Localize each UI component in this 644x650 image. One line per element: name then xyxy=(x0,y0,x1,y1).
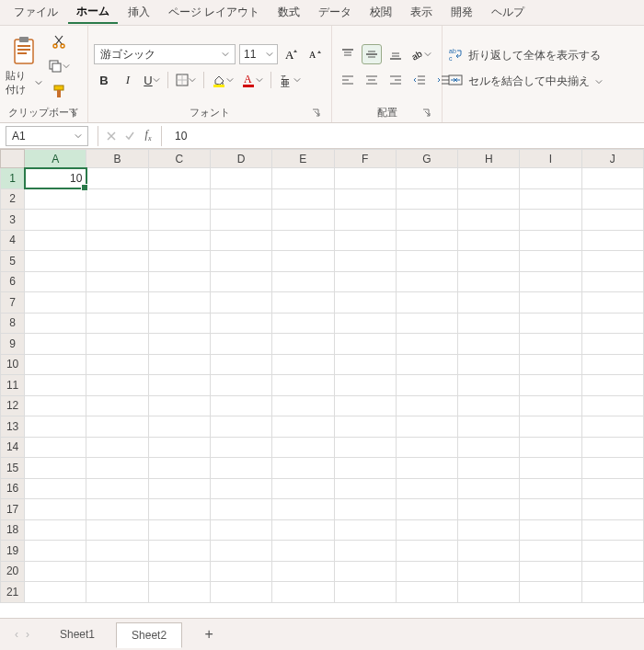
cell-C4[interactable] xyxy=(148,230,210,251)
bold-button[interactable]: B xyxy=(94,70,114,90)
cell-H4[interactable] xyxy=(458,230,520,251)
cell-J3[interactable] xyxy=(581,210,643,231)
font-size-select[interactable]: 11 xyxy=(239,44,278,64)
cell-E18[interactable] xyxy=(272,519,334,541)
row-header-5[interactable]: 5 xyxy=(1,251,25,272)
cell-A13[interactable] xyxy=(25,416,86,438)
cell-A17[interactable] xyxy=(25,499,86,520)
phonetic-button[interactable]: ア亜 xyxy=(277,70,303,90)
dialog-launcher-icon[interactable] xyxy=(421,108,432,119)
cell-C6[interactable] xyxy=(148,271,210,292)
cell-A7[interactable] xyxy=(25,292,86,314)
cell-A16[interactable] xyxy=(25,478,86,499)
cell-E7[interactable] xyxy=(272,292,334,314)
cell-H17[interactable] xyxy=(458,499,520,520)
cell-C18[interactable] xyxy=(148,519,210,541)
column-header-B[interactable]: B xyxy=(86,150,148,168)
formula-input[interactable]: 10 xyxy=(166,130,644,143)
cell-B4[interactable] xyxy=(86,230,148,251)
underline-button[interactable]: U xyxy=(142,70,162,90)
cell-A21[interactable] xyxy=(25,582,86,603)
cell-F17[interactable] xyxy=(334,499,396,520)
cell-F15[interactable] xyxy=(334,458,396,479)
cell-A19[interactable] xyxy=(25,541,86,562)
cell-E2[interactable] xyxy=(272,188,334,210)
cell-B19[interactable] xyxy=(86,541,148,562)
cell-J12[interactable] xyxy=(581,395,643,416)
cell-C20[interactable] xyxy=(148,561,210,582)
cell-H7[interactable] xyxy=(458,292,520,314)
cell-H10[interactable] xyxy=(458,354,520,375)
row-header-7[interactable]: 7 xyxy=(1,292,25,314)
cell-A15[interactable] xyxy=(25,458,86,479)
cell-J21[interactable] xyxy=(581,582,643,603)
cell-J14[interactable] xyxy=(581,437,643,458)
row-header-9[interactable]: 9 xyxy=(1,334,25,355)
cell-C8[interactable] xyxy=(148,313,210,334)
cell-H19[interactable] xyxy=(458,541,520,562)
column-header-H[interactable]: H xyxy=(458,150,520,168)
cell-I14[interactable] xyxy=(520,437,581,458)
menu-item-データ[interactable]: データ xyxy=(310,2,360,23)
cell-B2[interactable] xyxy=(86,188,148,210)
cell-G6[interactable] xyxy=(396,271,457,292)
cell-J6[interactable] xyxy=(581,271,643,292)
align-left-button[interactable] xyxy=(338,70,358,90)
column-header-J[interactable]: J xyxy=(581,150,643,168)
cell-G14[interactable] xyxy=(396,437,457,458)
cell-C2[interactable] xyxy=(148,188,210,210)
cell-I16[interactable] xyxy=(520,478,581,499)
cell-H13[interactable] xyxy=(458,416,520,438)
menu-item-挿入[interactable]: 挿入 xyxy=(120,2,158,23)
cell-D13[interactable] xyxy=(210,416,271,438)
row-header-13[interactable]: 13 xyxy=(1,416,25,438)
cell-D11[interactable] xyxy=(210,375,271,396)
cell-C12[interactable] xyxy=(148,395,210,416)
align-right-button[interactable] xyxy=(385,70,406,90)
cell-F12[interactable] xyxy=(334,395,396,416)
column-header-E[interactable]: E xyxy=(272,150,334,168)
cell-D12[interactable] xyxy=(210,395,271,416)
cell-G5[interactable] xyxy=(396,251,457,272)
cell-I13[interactable] xyxy=(520,416,581,438)
cell-I10[interactable] xyxy=(520,354,581,375)
cell-E20[interactable] xyxy=(272,561,334,582)
font-name-select[interactable]: 游ゴシック xyxy=(94,44,236,64)
cell-B18[interactable] xyxy=(86,519,148,541)
cell-D2[interactable] xyxy=(210,188,271,210)
row-header-15[interactable]: 15 xyxy=(1,458,25,479)
cell-G19[interactable] xyxy=(396,541,457,562)
cell-E8[interactable] xyxy=(272,313,334,334)
column-header-G[interactable]: G xyxy=(396,150,457,168)
cell-F5[interactable] xyxy=(334,251,396,272)
select-all-corner[interactable] xyxy=(1,150,25,168)
cell-E15[interactable] xyxy=(272,458,334,479)
format-painter-button[interactable] xyxy=(46,81,72,101)
cell-F2[interactable] xyxy=(334,188,396,210)
cell-J13[interactable] xyxy=(581,416,643,438)
menu-item-ホーム[interactable]: ホーム xyxy=(68,1,118,24)
cell-I3[interactable] xyxy=(520,210,581,231)
cell-J15[interactable] xyxy=(581,458,643,479)
cell-E10[interactable] xyxy=(272,354,334,375)
cell-B12[interactable] xyxy=(86,395,148,416)
row-header-16[interactable]: 16 xyxy=(1,478,25,499)
cell-F7[interactable] xyxy=(334,292,396,314)
merge-center-button[interactable]: セルを結合して中央揃え xyxy=(448,72,603,92)
cell-E1[interactable] xyxy=(272,168,334,189)
cell-G11[interactable] xyxy=(396,375,457,396)
align-middle-button[interactable] xyxy=(362,44,382,64)
dialog-launcher-icon[interactable] xyxy=(67,108,78,119)
cell-D10[interactable] xyxy=(210,354,271,375)
row-header-6[interactable]: 6 xyxy=(1,271,25,292)
cell-D7[interactable] xyxy=(210,292,271,314)
align-center-button[interactable] xyxy=(362,70,382,90)
cell-B1[interactable] xyxy=(86,168,148,189)
cell-D15[interactable] xyxy=(210,458,271,479)
cell-G18[interactable] xyxy=(396,519,457,541)
sheet-nav-next[interactable]: › xyxy=(26,628,29,641)
cell-G7[interactable] xyxy=(396,292,457,314)
cell-B8[interactable] xyxy=(86,313,148,334)
sheet-tab-Sheet1[interactable]: Sheet1 xyxy=(44,621,110,647)
column-header-I[interactable]: I xyxy=(520,150,581,168)
